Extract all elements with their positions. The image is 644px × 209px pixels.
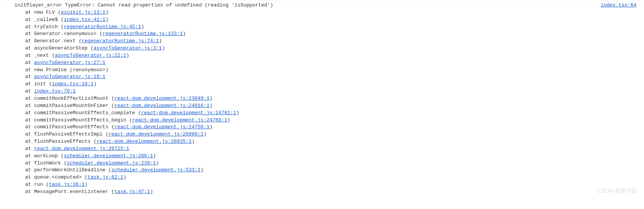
stack-frame-suffix: ) [126, 53, 129, 58]
stack-frame-prefix: at new Promise (<anonymous>) [25, 67, 108, 73]
stack-frame-prefix: at MessagePort.eventListener ( [25, 189, 114, 195]
stack-frame-link[interactable]: regeneratorRuntime.js:133:1 [103, 31, 183, 37]
stack-frame-link[interactable]: asyncToGenerator.js:22:1 [55, 53, 126, 58]
stack-frame-link[interactable]: react-dom.development.js:24756:1 [114, 124, 210, 130]
error-source-link[interactable]: index.tsx:64 [601, 2, 636, 9]
stack-frame-link[interactable]: ezuikit.js:13:1 [61, 10, 106, 15]
stack-frame-prefix: at [25, 146, 34, 152]
stack-frame-prefix: at workLoop ( [25, 153, 64, 159]
stack-frame-link[interactable]: react-dom.development.js:23049:1 [114, 96, 210, 101]
stack-frame-link[interactable]: react-dom.development.js:24816:1 [114, 103, 210, 108]
stack-frame: at flushPassiveEffects (react-dom.develo… [4, 138, 644, 145]
stack-frame-prefix: at commitPassiveMountEffects_complete ( [25, 110, 141, 116]
stack-frame-prefix: at run ( [25, 182, 49, 187]
stack-frame-suffix: ) [93, 81, 96, 87]
stack-frame-suffix: ) [106, 10, 109, 15]
stack-frame: at new Promise (<anonymous>) [4, 67, 644, 74]
stack-frame-link[interactable]: asyncToGenerator.js:19:1 [34, 74, 105, 80]
stack-frame: at Generator.<anonymous> (regeneratorRun… [4, 30, 644, 38]
stack-frame-link[interactable]: index.tsx:70:1 [34, 88, 75, 94]
stack-frame-link[interactable]: regeneratorRuntime.js:74:1 [82, 38, 159, 44]
stack-frame-link[interactable]: index.tsx:18:1 [52, 81, 93, 87]
stack-frame-prefix: at _callee$ ( [25, 17, 64, 22]
stack-frame-prefix: at Generator.next ( [25, 38, 82, 44]
stack-frame-link[interactable]: scheduler.development.js:533:1 [111, 167, 200, 173]
stack-frame-suffix: ) [210, 103, 213, 108]
stack-frame: at new FLV (ezuikit.js:13:1) [4, 9, 644, 16]
stack-frame-prefix: at commitPassiveMountEffects ( [25, 124, 114, 130]
stack-frame: at react-dom.development.js:26725:1 [4, 145, 644, 153]
stack-frame-prefix: at commitPassiveMountOnFiber ( [25, 103, 114, 108]
stack-frame: at commitPassiveMountEffects_begin (reac… [4, 117, 644, 124]
stack-frame-prefix: at tryCatch ( [25, 24, 64, 30]
stack-frame: at MessagePort.eventListener (task.js:47… [4, 188, 644, 196]
stack-frame: at commitPassiveMountOnFiber (react-dom.… [4, 102, 644, 110]
stack-frame-suffix: ) [123, 174, 126, 180]
stack-frame-suffix: ) [153, 153, 156, 159]
stack-frame-link[interactable]: task.js:62:1 [88, 174, 123, 180]
stack-frame-prefix: at commitPassiveMountEffects_begin ( [25, 117, 132, 123]
error-message: initPlayer_error TypeError: Cannot read … [4, 2, 273, 9]
stack-frame-link[interactable]: asyncToGenerator.js:27:1 [34, 60, 105, 65]
stack-frame-prefix: at Generator.<anonymous> ( [25, 31, 103, 37]
stack-frame: at commitPassiveMountEffects_complete (r… [4, 110, 644, 117]
stack-frame-suffix: ) [85, 182, 88, 187]
stack-frame: at asyncToGenerator.js:19:1 [4, 73, 644, 81]
stack-frame-link[interactable]: react-dom.development.js:26990:1 [108, 131, 203, 137]
stack-frame: at asyncGeneratorStep (asyncToGenerator.… [4, 45, 644, 52]
stack-frame: at commitPassiveMountEffects (react-dom.… [4, 124, 644, 131]
stack-frame-prefix: at [25, 74, 34, 80]
stack-frame-link[interactable]: scheduler.development.js:239:1 [67, 160, 156, 166]
stack-trace: at new FLV (ezuikit.js:13:1)at _callee$ … [4, 9, 644, 196]
stack-frame-link[interactable]: scheduler.development.js:266:1 [64, 153, 153, 159]
stack-frame-prefix: at queue.<computed> ( [25, 174, 88, 180]
stack-frame: at tryCatch (regeneratorRuntime.js:45:1) [4, 24, 644, 31]
stack-frame-suffix: ) [156, 160, 159, 166]
stack-frame-prefix: at [25, 60, 34, 65]
console-error-entry: initPlayer_error TypeError: Cannot read … [0, 0, 644, 197]
stack-frame-suffix: ) [192, 139, 195, 144]
stack-frame-link[interactable]: task.js:36:1 [49, 182, 85, 187]
stack-frame-suffix: ) [183, 31, 186, 37]
stack-frame: at index.tsx:70:1 [4, 88, 644, 95]
stack-frame-link[interactable]: index.tsx:41:1 [64, 17, 105, 22]
stack-frame-prefix: at flushPassiveEffects ( [25, 139, 96, 144]
stack-frame: at asyncToGenerator.js:27:1 [4, 59, 644, 67]
stack-frame-suffix: ) [210, 124, 213, 130]
stack-frame-suffix: ) [200, 167, 203, 173]
stack-frame-prefix: at performWorkUntilDeadline ( [25, 167, 111, 173]
stack-frame: at queue.<computed> (task.js:62:1) [4, 174, 644, 181]
stack-frame-prefix: at [25, 88, 34, 94]
stack-frame-suffix: ) [106, 17, 109, 22]
stack-frame: at Generator.next (regeneratorRuntime.js… [4, 38, 644, 45]
stack-frame-link[interactable]: react-dom.development.js:24781:1 [141, 110, 236, 116]
error-header-row: initPlayer_error TypeError: Cannot read … [4, 2, 644, 9]
stack-frame-prefix: at new FLV ( [25, 10, 61, 15]
stack-frame-link[interactable]: asyncToGenerator.js:3:1 [93, 45, 162, 51]
stack-frame: at flushWork (scheduler.development.js:2… [4, 160, 644, 167]
stack-frame-suffix: ) [203, 131, 207, 137]
stack-frame-prefix: at asyncGeneratorStep ( [25, 45, 93, 51]
stack-frame: at workLoop (scheduler.development.js:26… [4, 153, 644, 160]
stack-frame-prefix: at flushPassiveEffectsImpl ( [25, 131, 108, 137]
stack-frame-link[interactable]: regeneratorRuntime.js:45:1 [64, 24, 141, 30]
stack-frame-link[interactable]: react-dom.development.js:26935:1 [96, 139, 192, 144]
stack-frame-prefix: at _next ( [25, 53, 55, 58]
stack-frame-suffix: ) [236, 110, 239, 116]
stack-frame-suffix: ) [227, 117, 231, 123]
stack-frame-suffix: ) [210, 96, 213, 101]
stack-frame-prefix: at flushWork ( [25, 160, 67, 166]
stack-frame-suffix: ) [150, 189, 153, 195]
stack-frame: at init (index.tsx:18:1) [4, 81, 644, 88]
stack-frame: at commitHookEffectListMount (react-dom.… [4, 95, 644, 102]
stack-frame-link[interactable]: react-dom.development.js:26725:1 [34, 146, 129, 152]
stack-frame-link[interactable]: react-dom.development.js:24768:1 [132, 117, 227, 123]
stack-frame-suffix: ) [162, 45, 165, 51]
stack-frame-prefix: at commitHookEffectListMount ( [25, 96, 114, 101]
stack-frame-suffix: ) [141, 24, 144, 30]
stack-frame: at flushPassiveEffectsImpl (react-dom.de… [4, 131, 644, 138]
stack-frame: at _next (asyncToGenerator.js:22:1) [4, 52, 644, 59]
stack-frame: at run (task.js:36:1) [4, 181, 644, 188]
stack-frame: at performWorkUntilDeadline (scheduler.d… [4, 167, 644, 174]
stack-frame-link[interactable]: task.js:47:1 [114, 189, 150, 195]
